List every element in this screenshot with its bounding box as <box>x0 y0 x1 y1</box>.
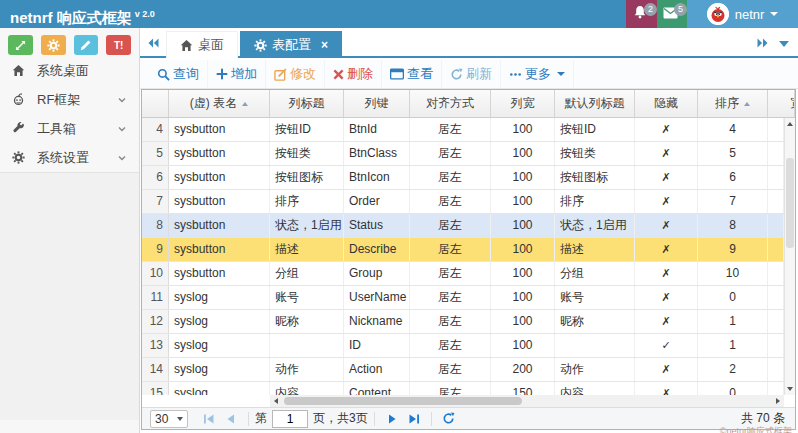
table-row[interactable]: 7sysbutton排序Order居左100排序✗7 <box>142 190 784 214</box>
sidebar-item-1[interactable]: RF框架 <box>0 85 139 114</box>
toolbar-button-3[interactable]: 删除 <box>325 60 382 88</box>
tabs-scroll-left-icon[interactable] <box>148 38 159 48</box>
top-navbar: netnrf 响应式框架v 2.0 2 5 <box>0 0 798 28</box>
toolbar-button-5[interactable]: 刷新 <box>442 60 501 88</box>
table-cell <box>555 334 635 357</box>
sidebar-quick-buttons: T! <box>0 28 139 56</box>
table-cell: syslog <box>169 310 270 333</box>
table-cell: Nickname <box>344 310 410 333</box>
column-header-label: 默认列标题 <box>565 95 625 112</box>
table-cell: 8 <box>142 214 169 237</box>
table-cell: Status <box>344 214 410 237</box>
table-cell: 居左 <box>410 358 491 381</box>
toolbar-button-2[interactable]: 修改 <box>266 60 325 88</box>
column-header-label: 隐藏 <box>654 95 678 112</box>
column-header-5[interactable]: 列宽 <box>491 90 555 117</box>
page-size-select[interactable]: 30 <box>150 410 188 428</box>
table-row[interactable]: 11syslog账号UserName居左100账号✗0 <box>142 286 784 310</box>
table-row[interactable]: 14syslog动作Action居左200动作✗2 <box>142 358 784 382</box>
table-cell: 100 <box>491 118 555 141</box>
horizontal-scroll-thumb[interactable] <box>284 397 522 405</box>
vertical-scrollbar[interactable] <box>784 118 795 395</box>
column-header-2[interactable]: 列标题 <box>270 90 344 117</box>
scroll-right-icon[interactable] <box>772 395 784 407</box>
column-header-label: 列标题 <box>289 95 325 112</box>
sidebar-item-label: 系统设置 <box>37 149 89 167</box>
next-page-button[interactable] <box>381 408 403 429</box>
column-header-6[interactable]: 默认列标题 <box>555 90 635 117</box>
toolbar-button-6[interactable]: 更多 <box>501 60 574 88</box>
table-cell: 账号 <box>555 286 635 309</box>
table-row[interactable]: 6sysbutton按钮图标BtnIcon居左100按钮图标✗6 <box>142 166 784 190</box>
table-cell: 昵称 <box>555 310 635 333</box>
toolbar-button-0[interactable]: 查询 <box>149 60 208 88</box>
page-number-input[interactable] <box>272 410 308 428</box>
horizontal-scrollbar[interactable] <box>270 395 784 407</box>
table-row[interactable]: 5sysbutton按钮类BtnClass居左100按钮类✗5 <box>142 142 784 166</box>
sidebar-item-3[interactable]: 系统设置 <box>0 143 139 172</box>
scroll-down-icon[interactable] <box>785 383 795 395</box>
scroll-left-icon[interactable] <box>270 395 282 407</box>
tab-1[interactable]: 表配置× <box>240 31 342 58</box>
sidebar-item-label: 系统桌面 <box>37 62 89 80</box>
table-cell: 100 <box>491 286 555 309</box>
user-menu[interactable]: netnr <box>687 0 798 28</box>
last-page-button[interactable] <box>403 408 425 429</box>
vertical-scroll-thumb[interactable] <box>786 158 794 248</box>
table-cell: ✗ <box>635 382 698 395</box>
table-cell: BtnIcon <box>344 166 410 189</box>
table-cell <box>270 334 344 357</box>
table-cell: 4 <box>698 118 768 141</box>
table-row[interactable]: 13syslogID居左100✓1 <box>142 334 784 358</box>
column-header-label: 排序 <box>715 95 739 112</box>
sidebar-item-label: 工具箱 <box>37 120 76 138</box>
table-cell: sysbutton <box>169 214 270 237</box>
toolbar-button-4[interactable]: 查看 <box>382 60 442 88</box>
reload-button[interactable] <box>438 408 460 429</box>
first-page-button[interactable] <box>198 408 220 429</box>
messages-button[interactable]: 5 <box>657 0 687 28</box>
table-row[interactable]: 4sysbutton按钮IDBtnId居左100按钮ID✗4 <box>142 118 784 142</box>
column-header-3[interactable]: 列键 <box>344 90 410 117</box>
table-cell <box>768 382 784 395</box>
notifications-button[interactable]: 2 <box>626 0 657 28</box>
settings-quick-button[interactable] <box>41 35 66 55</box>
column-header-1[interactable]: (虚) 表名 <box>169 90 270 117</box>
column-header-7[interactable]: 隐藏 <box>635 90 698 117</box>
table-cell: ✓ <box>635 334 698 357</box>
table-row[interactable]: 12syslog昵称Nickname居左100昵称✗1 <box>142 310 784 334</box>
sidebar-item-2[interactable]: 工具箱 <box>0 114 139 143</box>
scroll-up-icon[interactable] <box>785 118 795 130</box>
sidebar-item-0[interactable]: 系统桌面 <box>0 56 139 85</box>
tabs-scroll-right-icon[interactable] <box>757 38 768 48</box>
table-cell: 状态，1启用 <box>270 214 344 237</box>
prev-page-button[interactable] <box>220 408 242 429</box>
table-cell: 13 <box>142 334 169 357</box>
page: netnrf 响应式框架v 2.0 2 5 <box>0 0 798 433</box>
table-row[interactable]: 10sysbutton分组Group居左100分组✗10 <box>142 262 784 286</box>
close-icon[interactable]: × <box>321 39 328 51</box>
column-header-0[interactable] <box>142 90 169 117</box>
table-row[interactable]: 8sysbutton状态，1启用Status居左100状态，1启用✗8 <box>142 214 784 238</box>
table-cell: BtnClass <box>344 142 410 165</box>
font-quick-button[interactable]: T! <box>106 35 131 55</box>
column-header-4[interactable]: 对齐方式 <box>410 90 491 117</box>
toolbar-button-1[interactable]: 增加 <box>208 60 266 88</box>
table-cell: 按钮图标 <box>555 166 635 189</box>
column-header-8[interactable]: 排序 <box>698 90 768 117</box>
table-cell: ✗ <box>635 286 698 309</box>
table-row[interactable]: 9sysbutton描述Describe居左100描述✗9 <box>142 238 784 262</box>
chevron-down-icon <box>177 417 183 421</box>
table-cell: 内容 <box>270 382 344 395</box>
tabs-menu-caret-icon[interactable] <box>779 41 789 47</box>
notification-badge: 2 <box>644 3 657 16</box>
table-cell: sysbutton <box>169 190 270 213</box>
table-row[interactable]: 15syslog内容Content居左150内容✗0 <box>142 382 784 395</box>
tab-label: 表配置 <box>272 36 311 54</box>
tab-0[interactable]: 桌面 <box>166 31 238 58</box>
table-cell: 居左 <box>410 142 491 165</box>
edit-quick-button[interactable] <box>74 35 99 55</box>
expand-quick-button[interactable] <box>8 35 33 55</box>
column-header-9[interactable]: 宽 <box>768 90 795 117</box>
brand[interactable]: netnrf 响应式框架v 2.0 <box>0 0 155 28</box>
